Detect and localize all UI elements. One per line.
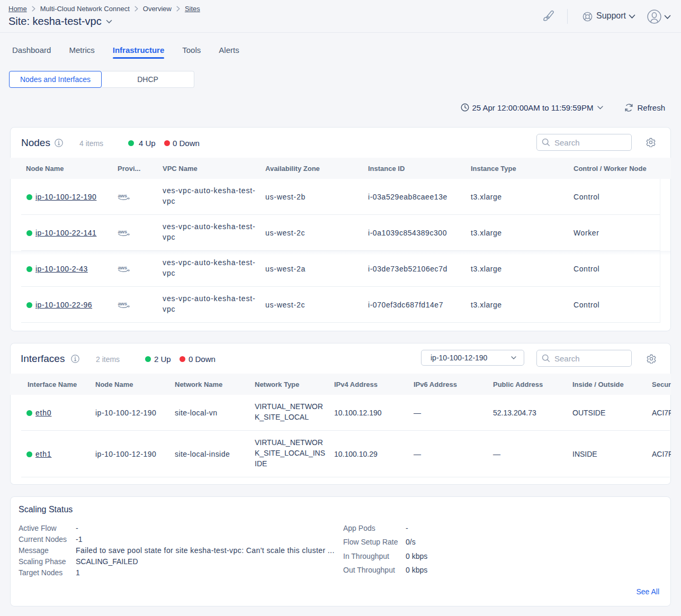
svg-text:aws: aws (118, 193, 127, 198)
svg-text:aws: aws (118, 229, 127, 234)
svg-text:aws: aws (118, 265, 127, 270)
svg-text:aws: aws (118, 301, 127, 306)
